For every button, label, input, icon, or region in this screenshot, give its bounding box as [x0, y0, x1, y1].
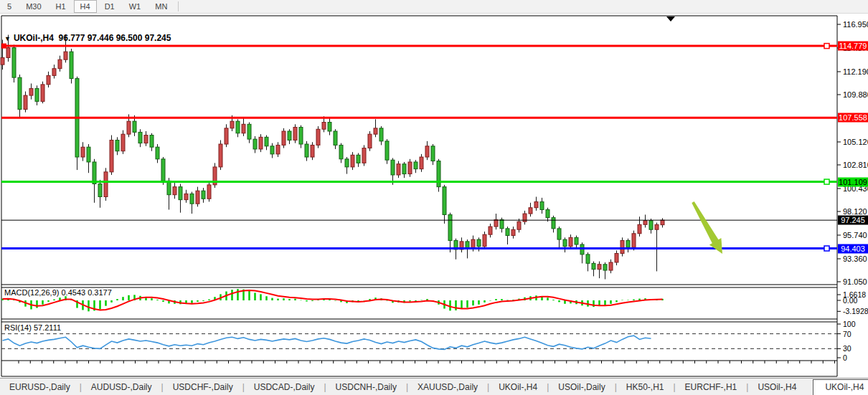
tab-xauusd-daily[interactable]: XAUUSD-,Daily	[408, 379, 487, 395]
candle-body	[133, 121, 136, 132]
candle-body	[253, 139, 257, 149]
macd-indicator-label: MACD(12,26,9) 0.4543 0.3177	[4, 288, 112, 297]
candle-body	[127, 121, 131, 134]
candle-body	[374, 128, 377, 134]
line-handle[interactable]	[824, 246, 829, 251]
candle-body	[569, 237, 572, 246]
tab-usoil-daily[interactable]: USOil-,Daily	[549, 379, 614, 395]
trading-terminal-window: 5M30H1H4D1W1MN ▼UKOil-,H4 96.777 97.446 …	[0, 0, 868, 395]
line-handle[interactable]	[1, 44, 6, 49]
candle-body	[506, 229, 509, 236]
candle-body	[98, 184, 102, 196]
toolbar-separator	[178, 1, 179, 11]
candle-body	[247, 124, 251, 139]
candle-body	[334, 131, 337, 145]
candle-body	[563, 239, 567, 247]
candle-body	[655, 224, 659, 229]
chart-canvas[interactable]	[0, 14, 868, 378]
candle-body	[517, 222, 521, 229]
timeframe-toolbar: 5M30H1H4D1W1MN	[0, 0, 868, 14]
candle-body	[632, 234, 636, 247]
candle-body	[207, 185, 211, 199]
candle-body	[529, 208, 532, 214]
candle-body	[196, 191, 199, 204]
candle-body	[339, 145, 343, 158]
candle-body	[615, 253, 618, 262]
candle-body	[362, 148, 366, 163]
price-tick-label: 112.190	[843, 67, 868, 76]
candle-body	[299, 127, 303, 144]
candle-body	[448, 214, 452, 240]
candle-body	[385, 141, 389, 160]
price-badge: 101.109	[838, 177, 868, 186]
line-handle[interactable]	[824, 179, 829, 184]
timeframe-button-w1[interactable]: W1	[123, 0, 148, 13]
timeframe-button-mn[interactable]: MN	[148, 0, 174, 13]
candle-body	[219, 144, 222, 167]
tab-ukoil-h4[interactable]: UKOil-,H4	[489, 379, 547, 395]
tab-usoil-h4[interactable]: USOil-,H4	[748, 379, 806, 395]
price-tick-label: 109.880	[843, 90, 868, 99]
price-tick-label: 105.120	[843, 138, 868, 146]
timeframe-button-5[interactable]: 5	[1, 0, 18, 13]
candle-body	[64, 52, 67, 60]
tab-usdcad-daily[interactable]: USDCAD-,Daily	[245, 379, 324, 395]
chart-dropdown-icon[interactable]: ▼	[4, 35, 11, 42]
timeframe-button-h1[interactable]: H1	[49, 0, 72, 13]
candle-body	[41, 85, 44, 102]
timeframe-button-h4[interactable]: H4	[74, 0, 97, 13]
chart-area[interactable]: ▼UKOil-,H4 96.777 97.446 96.500 97.245 M…	[0, 14, 868, 378]
candle-body	[379, 128, 383, 141]
candle-body	[500, 219, 504, 228]
candle-body	[391, 160, 395, 175]
candle-body	[305, 144, 308, 157]
tab-eurchf-h1[interactable]: EURCHF-,H1	[676, 379, 747, 395]
candle-body	[425, 146, 429, 157]
rsi-axis-label: 70	[843, 330, 852, 338]
candle-body	[35, 88, 39, 101]
candle-body	[621, 240, 624, 253]
tab-eurusd-daily[interactable]: EURUSD-,Daily	[0, 379, 80, 395]
tab-usdcnh-daily[interactable]: USDCNH-,Daily	[326, 379, 406, 395]
price-tick-label: 102.810	[843, 161, 868, 169]
timeframe-button-m30[interactable]: M30	[19, 0, 47, 13]
candle-body	[58, 60, 62, 68]
candle-body	[282, 131, 286, 145]
tab-audusd-daily[interactable]: AUDUSD-,Daily	[82, 379, 161, 395]
candle-body	[150, 135, 154, 148]
candle-body	[345, 159, 349, 167]
candle-body	[29, 88, 33, 95]
tab-usdchf-daily[interactable]: USDCHF-,Daily	[164, 379, 242, 395]
candle-body	[121, 134, 125, 151]
candle-body	[351, 155, 354, 167]
candle-body	[156, 147, 159, 159]
candle-body	[592, 263, 595, 269]
candle-body	[190, 194, 194, 204]
tab-ukoil-h4[interactable]: UKOil-,H4	[813, 379, 868, 395]
candle-body	[81, 147, 85, 157]
rsi-indicator-label: RSI(14) 57.2111	[4, 323, 61, 332]
candle-body	[437, 161, 440, 187]
price-badge: 114.779	[838, 42, 868, 51]
candle-body	[649, 221, 653, 229]
candle-body	[138, 132, 142, 143]
candle-body	[236, 121, 240, 133]
chart-title: ▼UKOil-,H4 96.777 97.446 96.500 97.245	[4, 33, 171, 43]
chart-background	[0, 14, 868, 378]
candle-body	[397, 164, 400, 175]
rsi-axis-label: 0	[843, 353, 847, 362]
candle-body	[115, 140, 119, 151]
candle-body	[293, 127, 297, 140]
timeframe-button-d1[interactable]: D1	[98, 0, 121, 13]
candle-body	[586, 254, 590, 263]
price-tick-label: 91.050	[843, 277, 867, 286]
candle-body	[489, 227, 492, 234]
candle-body	[546, 210, 549, 218]
rsi-axis-label: 30	[843, 344, 852, 353]
candle-body	[93, 162, 96, 184]
tab-hk50-h1[interactable]: HK50-,H1	[617, 379, 674, 395]
candle-body	[471, 239, 475, 248]
line-handle[interactable]	[824, 44, 829, 49]
price-badge: 97.245	[838, 216, 868, 225]
candle-body	[368, 134, 372, 148]
